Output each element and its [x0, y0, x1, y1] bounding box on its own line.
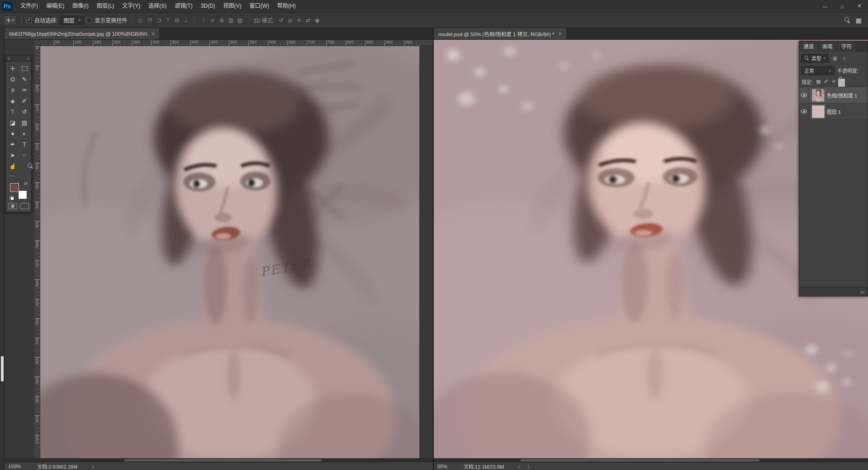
- 3d-roll-icon[interactable]: ◎: [286, 16, 294, 25]
- lock-row: 锁定: ▦✐✛: [799, 76, 868, 87]
- document-tab[interactable]: 6b81f768gy1fqq699h2mjj20na0sxqak.jpg @ 1…: [5, 28, 160, 39]
- close-panel-icon[interactable]: ×: [27, 56, 29, 61]
- screen-mode-icon[interactable]: [20, 203, 29, 209]
- link-layers-icon[interactable]: ∞: [860, 289, 864, 295]
- align-bottom-edges-icon[interactable]: ⊥: [182, 16, 190, 25]
- status-flyout-arrow[interactable]: ›: [518, 464, 520, 469]
- zoom-level-field[interactable]: 100%: [5, 464, 24, 469]
- lock-all-icon[interactable]: [838, 79, 845, 87]
- menu-item[interactable]: 文件(F): [16, 0, 42, 12]
- visibility-cell[interactable]: [799, 103, 809, 119]
- status-flyout-arrow[interactable]: ›: [92, 464, 94, 469]
- align-vertical-centers-icon[interactable]: ⊟: [173, 16, 181, 25]
- layer-thumbnail[interactable]: [811, 89, 825, 102]
- search-icon[interactable]: [844, 17, 850, 23]
- menu-item[interactable]: 文字(Y): [118, 0, 144, 12]
- clone-stamp-tool[interactable]: ⊤: [7, 106, 19, 117]
- align-left-edges-icon[interactable]: ⊏: [137, 16, 145, 25]
- distribute-vertical-centers-icon[interactable]: ≡: [209, 16, 217, 25]
- path-selection-tool[interactable]: ➤: [7, 150, 19, 160]
- default-colors-icon[interactable]: [9, 196, 14, 200]
- menu-item[interactable]: 视图(V): [219, 0, 246, 12]
- menu-item[interactable]: 图层(L): [93, 0, 119, 12]
- panel-tab[interactable]: 画笔: [818, 41, 837, 52]
- 3d-slide-icon[interactable]: ⇄: [304, 16, 312, 25]
- blend-mode-dropdown[interactable]: 正常 ∨: [801, 66, 835, 75]
- crop-tool[interactable]: #: [7, 85, 19, 95]
- 3d-drag-icon[interactable]: ✛: [295, 16, 303, 25]
- layer-thumbnail[interactable]: [811, 105, 825, 118]
- gradient-tool[interactable]: ▧: [19, 117, 30, 128]
- layer-name[interactable]: 图层 1: [827, 108, 841, 115]
- eraser-tool[interactable]: ◪: [7, 117, 19, 128]
- menu-item[interactable]: 图像(I): [68, 0, 92, 12]
- zoom-level-field[interactable]: 50%: [434, 464, 451, 469]
- pen-tool[interactable]: ✒: [7, 139, 19, 150]
- menu-item[interactable]: 编辑(E): [42, 0, 68, 12]
- scrollbar-thumb[interactable]: [124, 459, 322, 461]
- blur-tool[interactable]: ●: [7, 128, 19, 139]
- layer-row-adjustment[interactable]: 色相/饱和度 1: [799, 87, 868, 103]
- distribute-top-icon[interactable]: ⋮: [199, 16, 208, 25]
- edit-toolbar-icon[interactable]: ⋯: [6, 172, 31, 179]
- foreground-color-swatch[interactable]: [10, 183, 19, 192]
- spot-healing-brush-tool[interactable]: ◈: [7, 95, 19, 106]
- 3d-rotate-icon[interactable]: ↺: [277, 16, 285, 25]
- move-tool[interactable]: ✛: [7, 63, 19, 74]
- type-tool[interactable]: T: [19, 139, 30, 150]
- collapse-panel-icon[interactable]: «: [8, 56, 10, 61]
- layer-filter-dropdown[interactable]: 类型 ∨: [801, 54, 829, 63]
- auto-select-checkbox[interactable]: ✓: [26, 18, 32, 23]
- lock-position-icon[interactable]: ✛: [830, 78, 837, 86]
- menu-item[interactable]: 滤镜(T): [171, 0, 196, 12]
- distribute-left-icon[interactable]: ▥: [227, 16, 235, 25]
- close-icon[interactable]: ×: [152, 31, 155, 37]
- eyedropper-tool[interactable]: ✑: [19, 85, 30, 95]
- show-transform-checkbox[interactable]: ✓: [86, 18, 92, 23]
- panel-tab[interactable]: 字符: [837, 41, 856, 52]
- scrollbar-thumb[interactable]: [521, 459, 759, 461]
- layer-name[interactable]: 色相/饱和度 1: [827, 92, 857, 99]
- dodge-tool[interactable]: ◐: [19, 128, 30, 139]
- auto-select-target-dropdown[interactable]: 图层 ∨: [60, 16, 84, 25]
- workspace-switcher-icon[interactable]: ▦: [856, 17, 862, 24]
- layer-row-base[interactable]: 图层 1: [799, 103, 868, 120]
- menu-item[interactable]: 选择(S): [144, 0, 171, 12]
- document-tab[interactable]: model.psd @ 50% (色相/饱和度 1 拷贝, RGB/8#) * …: [434, 28, 567, 39]
- close-button[interactable]: ✕: [851, 0, 868, 12]
- quick-selection-tool[interactable]: ✎: [19, 74, 30, 85]
- menu-item[interactable]: 帮助(H): [273, 0, 300, 12]
- panel-tab[interactable]: 通道: [799, 41, 818, 52]
- distribute-bottom-icon[interactable]: ≣: [218, 16, 226, 25]
- align-top-edges-icon[interactable]: ⊤: [164, 16, 172, 25]
- ruler-tick: 600: [268, 40, 287, 46]
- menu-item[interactable]: 3D(D): [197, 0, 219, 12]
- 3d-scale-icon[interactable]: ◉: [313, 16, 321, 25]
- align-right-edges-icon[interactable]: ⊐: [155, 16, 163, 25]
- distribute-right-icon[interactable]: ▤: [236, 16, 244, 25]
- visibility-cell[interactable]: [799, 87, 809, 103]
- zoom-tool[interactable]: [19, 160, 30, 171]
- canvas-left[interactable]: PETER: [40, 46, 419, 458]
- lasso-tool[interactable]: Ω: [7, 74, 19, 85]
- tool-preset-picker[interactable]: ✛ ▾: [4, 15, 17, 25]
- lock-transparency-icon[interactable]: ▦: [815, 78, 822, 86]
- brush-tool[interactable]: ✐: [19, 95, 30, 106]
- hand-tool[interactable]: ☝: [7, 160, 19, 171]
- close-icon[interactable]: ×: [558, 31, 562, 37]
- history-brush-tool[interactable]: ↺: [19, 106, 30, 117]
- swap-colors-icon[interactable]: ⇄: [24, 181, 28, 186]
- filter-pixel-layers-icon[interactable]: ▣: [831, 54, 839, 63]
- ellipse-tool[interactable]: ○: [19, 150, 30, 160]
- quick-mask-icon[interactable]: [8, 203, 17, 209]
- restore-button[interactable]: □: [834, 0, 851, 12]
- rectangular-marquee-tool[interactable]: [19, 63, 30, 74]
- minimize-button[interactable]: —: [816, 0, 834, 12]
- align-horizontal-centers-icon[interactable]: ⊓: [146, 16, 154, 25]
- status-back-arrow[interactable]: ‹: [527, 464, 529, 469]
- filter-adjustment-layers-icon[interactable]: ◑: [840, 54, 848, 63]
- background-color-swatch[interactable]: [18, 190, 27, 199]
- lock-pixels-icon[interactable]: ✐: [823, 78, 830, 86]
- collapsed-panel-handle[interactable]: [1, 356, 4, 381]
- menu-item[interactable]: 窗口(W): [246, 0, 273, 12]
